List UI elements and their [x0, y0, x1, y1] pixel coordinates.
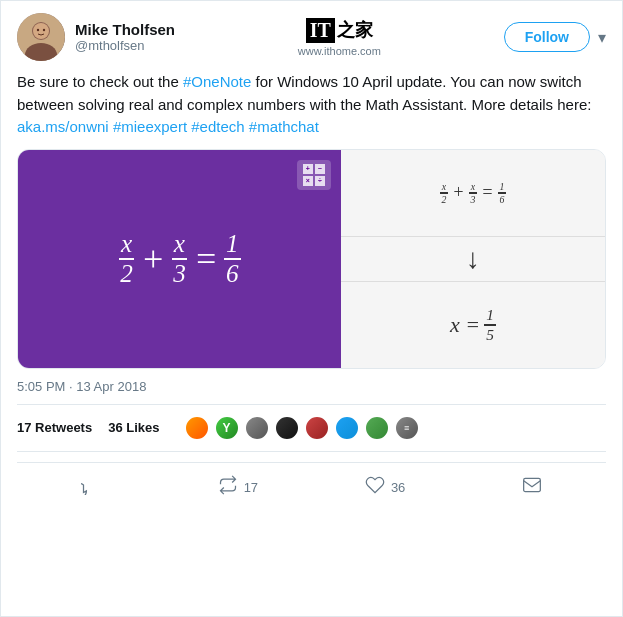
svg-point-3 — [33, 23, 49, 39]
arrow-row: ↓ — [341, 237, 605, 282]
image-right-panel: x 2 + x 3 = 1 6 ↓ — [341, 150, 605, 368]
svg-point-4 — [37, 29, 39, 31]
avatar[interactable] — [17, 13, 65, 61]
ithome-logo: IT 之家 — [306, 18, 373, 43]
math-icon: + − × ÷ — [297, 160, 331, 190]
image-right-bottom: x = 1 5 — [341, 282, 605, 368]
reply-button[interactable] — [17, 467, 164, 508]
mini-avatar-3[interactable] — [244, 415, 270, 441]
mini-avatar-1[interactable] — [184, 415, 210, 441]
mini-avatar-7[interactable] — [364, 415, 390, 441]
like-stat[interactable]: 36 Likes — [108, 420, 159, 435]
actions-row: 17 36 — [17, 462, 606, 508]
retweet-action-count: 17 — [244, 480, 258, 495]
divider-2 — [17, 451, 606, 452]
reply-icon — [81, 475, 101, 500]
image-left-panel: + − × ÷ x 2 + x 3 = 1 6 — [18, 150, 341, 368]
likes-count: 36 — [108, 420, 122, 435]
math-equation-large: x 2 + x 3 = 1 6 — [118, 230, 240, 288]
mieexpert-hashtag[interactable]: #mieexpert — [113, 118, 187, 135]
math-result: x = 1 5 — [450, 306, 496, 344]
equals-sign: = — [194, 238, 218, 280]
mini-avatar-6[interactable] — [334, 415, 360, 441]
user-handle[interactable]: @mtholfsen — [75, 38, 175, 53]
like-action-count: 36 — [391, 480, 405, 495]
svg-rect-6 — [524, 478, 541, 491]
stats-row: 17 Retweets 36 Likes Y ≡ — [17, 415, 606, 441]
retweeter-avatars: Y ≡ — [184, 415, 420, 441]
onenote-hashtag[interactable]: #OneNote — [183, 73, 251, 90]
tweet-container: Mike Tholfsen @mtholfsen IT 之家 www.ithom… — [1, 1, 622, 520]
minus-icon: − — [315, 164, 325, 174]
math-equation-small: x 2 + x 3 = 1 6 — [439, 181, 506, 205]
mathchat-hashtag[interactable]: #mathchat — [249, 118, 319, 135]
mail-button[interactable] — [459, 467, 606, 508]
user-name[interactable]: Mike Tholfsen — [75, 21, 175, 38]
ithome-url: www.ithome.com — [298, 45, 381, 57]
frac-small-1-6: 1 6 — [498, 181, 507, 205]
user-info-section: Mike Tholfsen @mtholfsen — [17, 13, 175, 61]
svg-point-5 — [43, 29, 45, 31]
avatar-image — [17, 13, 65, 61]
retweet-icon — [218, 475, 238, 500]
chevron-down-icon[interactable]: ▾ — [598, 28, 606, 47]
mail-icon — [522, 475, 542, 500]
times-icon: × — [303, 176, 313, 186]
like-button[interactable]: 36 — [312, 467, 459, 508]
follow-section: Follow ▾ — [504, 22, 606, 52]
heart-icon — [365, 475, 385, 500]
divider-1 — [17, 404, 606, 405]
source-logo: IT 之家 www.ithome.com — [298, 18, 381, 57]
arrow-down-icon: ↓ — [466, 243, 480, 275]
frac-small-x3: x 3 — [468, 181, 477, 205]
timestamp: 5:05 PM · 13 Apr 2018 — [17, 379, 606, 394]
retweet-button[interactable]: 17 — [164, 467, 311, 508]
ithome-chinese-text: 之家 — [337, 18, 373, 42]
tweet-header: Mike Tholfsen @mtholfsen IT 之家 www.ithom… — [17, 13, 606, 61]
tweet-text: Be sure to check out the #OneNote for Wi… — [17, 71, 606, 139]
ithome-it-text: IT — [306, 18, 335, 43]
retweet-stat[interactable]: 17 Retweets — [17, 420, 92, 435]
text-prefix: Be sure to check out the — [17, 73, 183, 90]
plus-icon: + — [303, 164, 313, 174]
retweet-count: 17 — [17, 420, 31, 435]
frac-x2: x 2 — [118, 230, 135, 288]
frac-small-x2: x 2 — [439, 181, 448, 205]
frac-1-6: 1 6 — [224, 230, 241, 288]
mini-avatar-8[interactable]: ≡ — [394, 415, 420, 441]
likes-label: Likes — [126, 420, 159, 435]
frac-x3: x 3 — [171, 230, 188, 288]
mini-avatar-5[interactable] — [304, 415, 330, 441]
edtech-hashtag[interactable]: #edtech — [191, 118, 244, 135]
retweets-label: Retweets — [35, 420, 92, 435]
mini-avatar-4[interactable] — [274, 415, 300, 441]
plus-sign: + — [141, 238, 165, 280]
frac-result-1-5: 1 5 — [484, 306, 496, 344]
mini-avatar-2[interactable]: Y — [214, 415, 240, 441]
divide-icon: ÷ — [315, 176, 325, 186]
follow-button[interactable]: Follow — [504, 22, 590, 52]
aka-link[interactable]: aka.ms/onwni — [17, 118, 109, 135]
user-details: Mike Tholfsen @mtholfsen — [75, 21, 175, 53]
image-right-top: x 2 + x 3 = 1 6 — [341, 150, 605, 237]
tweet-image: + − × ÷ x 2 + x 3 = 1 6 — [17, 149, 606, 369]
